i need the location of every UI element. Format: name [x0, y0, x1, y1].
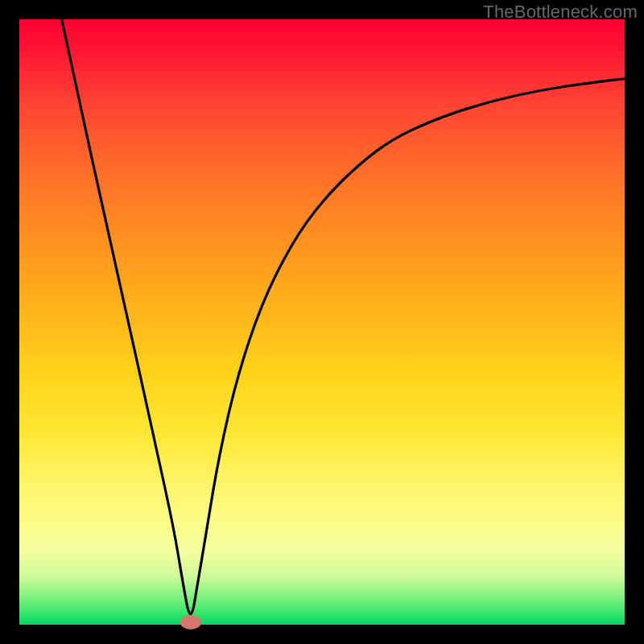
- chart-frame: TheBottleneck.com: [0, 0, 644, 644]
- bottleneck-curve: [19, 19, 625, 625]
- min-marker: [180, 615, 201, 630]
- watermark-text: TheBottleneck.com: [483, 2, 638, 23]
